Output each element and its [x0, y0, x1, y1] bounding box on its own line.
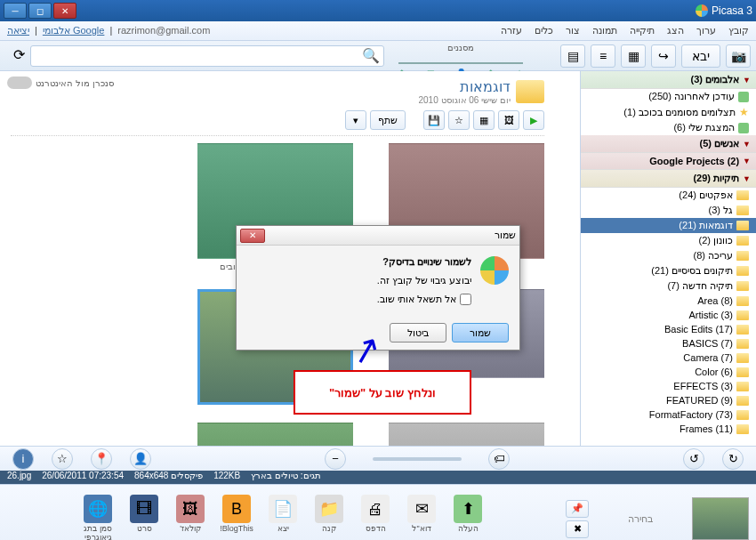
geotag-icon[interactable]: 📍 [91, 448, 112, 470]
share-button[interactable]: שתף [370, 110, 406, 130]
sidebar-item[interactable]: עריכה (8) [581, 248, 756, 263]
view-list-icon[interactable]: ≡ [591, 44, 615, 68]
tag-icon[interactable]: 🏷 [488, 448, 510, 470]
star-icon[interactable]: ☆ [448, 110, 470, 130]
save-disk-icon[interactable]: 💾 [423, 110, 445, 130]
window-titlebar: Picasa 3 ─ ◻ ✕ [0, 0, 756, 21]
sidebar-item[interactable]: (8) Area [581, 294, 756, 308]
sidebar-section[interactable]: ▼Google Projects (2) [581, 153, 756, 170]
app-icon [696, 4, 708, 17]
sidebar-item[interactable]: עודכן לאחרונה (250) [581, 89, 756, 104]
sidebar-item[interactable]: (6) Color [581, 365, 756, 379]
zoom-slider[interactable] [373, 457, 462, 461]
sidebar-item[interactable]: (9) FEATURED [581, 393, 756, 407]
maximize-button[interactable]: ◻ [28, 3, 52, 19]
bottom-tool[interactable]: ✉דוא"ל [401, 495, 442, 534]
close-window-button[interactable]: ✕ [53, 3, 76, 19]
tool-icon: 🎞 [130, 495, 158, 523]
tool-icon: 🌐 [84, 495, 112, 523]
status-tags: תגים: טיולים בארץ [251, 471, 320, 480]
tray-pin-icon[interactable]: 📌 [566, 500, 589, 518]
sidebar-item[interactable]: המצגת שלי (6) [581, 120, 756, 135]
menu-item[interactable]: עזרה [501, 25, 522, 36]
sidebar-section[interactable]: ▼תיקיות (29) [581, 170, 756, 188]
rotate-left-icon[interactable]: ↺ [683, 448, 704, 470]
folder-icon [736, 410, 749, 420]
sidebar-item[interactable]: תיקיה חדשה (7) [581, 278, 756, 294]
search-box[interactable]: 🔍 [30, 45, 384, 67]
exit-link[interactable]: יציאה [7, 25, 29, 36]
dont-ask-checkbox[interactable]: אל תשאל אותי שוב. [377, 294, 471, 305]
folder-icon [736, 206, 749, 215]
filter-slider[interactable]: מסננים ★⬆👤▣⬆ [390, 43, 532, 69]
export-icon[interactable]: ↪ [651, 44, 676, 68]
dialog-close-button[interactable]: ✕ [240, 229, 265, 243]
folder-icon [516, 80, 544, 103]
sidebar-item[interactable]: (3) Artistic [581, 308, 756, 322]
google-albums-link[interactable]: אלבומי Google [43, 25, 105, 36]
sidebar-section[interactable]: ▼אלבומים (3) [581, 71, 756, 89]
bottom-tool[interactable]: 🖨הדפס [355, 495, 396, 534]
bottom-tool[interactable]: 🌐סמן בתג גיאוגרפי [77, 495, 118, 540]
sidebar-item[interactable]: גל (3) [581, 203, 756, 218]
sidebar-section[interactable]: ▼אנשים (5) [581, 135, 756, 153]
menu-item[interactable]: קובץ [728, 25, 749, 36]
person-icon[interactable]: 👤 [130, 448, 151, 470]
sidebar-item[interactable]: (7) Camera [581, 351, 756, 365]
menubar: קובץערוךהצגתיקייהתמונהצורכליםעזרה יציאה … [0, 21, 756, 41]
bottom-tool[interactable]: BBlogThis! [216, 495, 257, 534]
tool-icon: 📄 [269, 495, 297, 523]
menu-item[interactable]: הצג [667, 25, 684, 36]
camera-icon[interactable]: 📷 [726, 44, 751, 68]
tray-thumbnail[interactable] [692, 497, 749, 540]
bottom-tool[interactable]: 🎞סרט [124, 495, 165, 534]
view-grid-icon[interactable]: ▦ [621, 44, 646, 68]
sidebar-item[interactable]: (3) EFFECTS [581, 379, 756, 393]
sidebar-item[interactable]: (73) FormatFactory [581, 407, 756, 422]
sidebar-item[interactable]: (7) BASICS [581, 336, 756, 351]
sidebar-item[interactable]: דוגמאות (21) [581, 218, 756, 233]
album-title: דוגמאות [419, 78, 511, 95]
sidebar-item[interactable]: תיקונים בסיסיים (21) [581, 263, 756, 278]
save-dialog: שמור ✕ לשמור שינויים בדיסק? יבוצע גיבוי … [236, 225, 520, 351]
action-row: i ☆ 📍 👤 − 🏷 ↺ ↻ [0, 446, 756, 471]
folder-icon [736, 281, 749, 291]
menu-item[interactable]: כלים [535, 25, 553, 36]
sync-toggle[interactable]: סנכרן מול האינטרנט [7, 77, 114, 89]
tray-clear-icon[interactable]: ✖ [566, 520, 589, 538]
share-dropdown[interactable]: ▾ [345, 110, 366, 130]
save-button[interactable]: שמור [452, 323, 509, 343]
menu-item[interactable]: תיקייה [630, 25, 655, 36]
folder-icon [736, 221, 749, 230]
bottom-tool[interactable]: ⬆העלה [447, 495, 488, 534]
movie-icon[interactable]: 🖼 [498, 110, 519, 130]
sidebar-item[interactable]: אפקטים (24) [581, 188, 756, 203]
menu-item[interactable]: צור [566, 25, 580, 36]
menu-item[interactable]: תמונה [592, 25, 617, 36]
bottom-tool[interactable]: 🖼קולאז' [170, 495, 211, 534]
sidebar-item[interactable]: כוונון (2) [581, 233, 756, 248]
view-timeline-icon[interactable]: ▤ [560, 44, 585, 68]
sidebar-item[interactable]: (11) Frames [581, 422, 756, 436]
star-icon: ★ [739, 106, 749, 118]
info-icon[interactable]: i [12, 448, 34, 470]
sidebar-item[interactable]: ★תצלומים מסומנים בכוכב (1) [581, 104, 756, 120]
minimize-button[interactable]: ─ [4, 3, 27, 19]
bottom-tool[interactable]: 📄יצא [262, 495, 303, 534]
star-tool-icon[interactable]: ☆ [52, 448, 73, 470]
import-button[interactable]: יבא [681, 44, 720, 68]
collage-icon[interactable]: ▦ [473, 110, 495, 130]
sidebar-item[interactable]: (17) Basic Edits [581, 322, 756, 336]
dialog-question: לשמור שינויים בדיסק? [377, 256, 471, 268]
play-button[interactable]: ▶ [523, 110, 544, 130]
bottom-tool[interactable]: 📁קנה [309, 495, 350, 534]
tool-icon: 🖨 [361, 495, 390, 523]
folder-icon [736, 251, 749, 261]
cancel-button[interactable]: ביטול [390, 323, 446, 343]
folder-icon [736, 236, 749, 246]
zoom-out-icon[interactable]: − [325, 448, 346, 470]
search-input[interactable] [35, 51, 362, 61]
album-date: יום שישי 06 אוגוסט 2010 [419, 95, 511, 105]
rotate-right-icon[interactable]: ↻ [722, 448, 744, 470]
menu-item[interactable]: ערוך [696, 25, 716, 36]
